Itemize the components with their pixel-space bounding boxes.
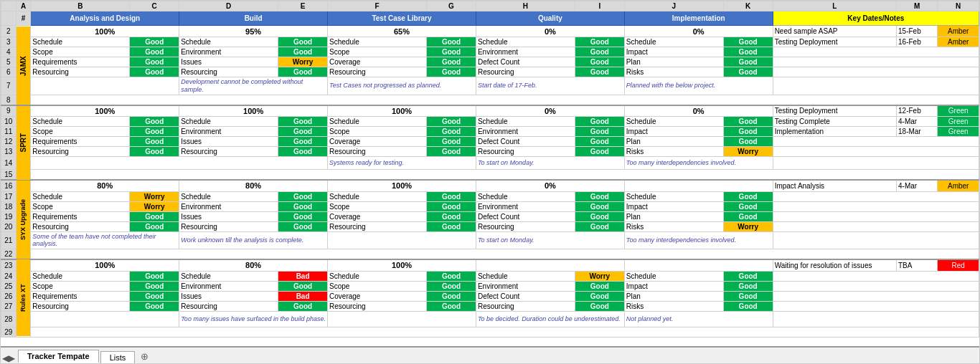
- jamx-r6-tcl-status: Good: [426, 67, 476, 77]
- jamx-r3-tcl-label: Schedule: [328, 37, 427, 47]
- syx-r17-tcl-label: Schedule: [328, 191, 427, 201]
- rules-r26-tcl-status: Good: [426, 291, 476, 301]
- sprt-r10-build-label: Schedule: [179, 117, 278, 127]
- tab-add-button[interactable]: ⊕: [136, 350, 153, 363]
- rules-note-qual: To be decided. Duration could be underes…: [476, 311, 624, 327]
- spreadsheet-container: A B C D E F G H I J K L M N: [0, 0, 980, 364]
- tab-lists[interactable]: Lists: [100, 351, 136, 363]
- row-12-num: 12: [1, 137, 17, 147]
- rules-r27-impl-status: Good: [723, 301, 773, 311]
- jamx-note-1: Need sample ASAP: [773, 26, 896, 37]
- tab-scroll-left[interactable]: ◀: [2, 353, 9, 363]
- sprt-r10-ad-label: Schedule: [31, 117, 130, 127]
- row-8-empty: [31, 95, 979, 105]
- scroll-area[interactable]: A B C D E F G H I J K L M N: [1, 1, 979, 346]
- syx-r20-tcl-status: Good: [426, 221, 476, 231]
- syx-note-1: Impact Analysis: [773, 180, 896, 191]
- sprt-r11-ad-label: Scope: [31, 127, 130, 137]
- rules-r25-tcl-status: Good: [426, 281, 476, 291]
- rules-status-1: Red: [938, 259, 979, 271]
- sprt-pct-impl: 0%: [624, 105, 773, 117]
- syx-pct-qual: 0%: [476, 180, 624, 191]
- row-2-a: JAMX: [16, 26, 31, 105]
- syx-r17-tcl-status: Good: [426, 191, 476, 201]
- jamx-date-1: 15-Feb: [897, 26, 938, 37]
- col-k: K: [723, 1, 773, 11]
- jamx-status-1: Amber: [938, 26, 979, 37]
- tab-scroll-right[interactable]: ▶: [9, 353, 15, 363]
- sprt-r10-qual-label: Schedule: [476, 117, 575, 127]
- rules-note-1: Waiting for resolution of issues: [773, 259, 896, 271]
- rules-r25-ad-status: Good: [130, 281, 179, 291]
- row-22-empty: [31, 249, 979, 260]
- sprt-r10-impl-label: Schedule: [624, 117, 723, 127]
- syx-r20-tcl-label: Resourcing: [328, 221, 427, 231]
- syx-r19-impl-label: Plan: [624, 211, 723, 221]
- sprt-r11-build-status: Good: [278, 127, 328, 137]
- jamx-r5-build-label: Issues: [179, 57, 278, 67]
- syx-r17-ad-label: Schedule: [31, 191, 130, 201]
- rules-r25-impl-status: Good: [723, 281, 773, 291]
- syx-r20-impl-status: Worry: [723, 221, 773, 231]
- col-i: I: [575, 1, 624, 11]
- sprt-r10-ad-status: Good: [130, 117, 179, 127]
- sprt-pct-ad: 100%: [31, 105, 179, 117]
- syx-r19-tcl-status: Good: [426, 211, 476, 221]
- row-13-num: 13: [1, 147, 17, 157]
- col-f: F: [328, 1, 427, 11]
- rules-r25-build-status: Good: [278, 281, 328, 291]
- syx-r20-impl-label: Risks: [624, 221, 723, 231]
- row-24-num: 24: [1, 271, 17, 281]
- jamx-r4-qual-status: Good: [575, 47, 624, 57]
- sprt-r10-tcl-label: Schedule: [328, 117, 427, 127]
- rules-empty-28b: [328, 311, 476, 327]
- rules-date-1: TBA: [897, 259, 938, 271]
- sprt-note-tcl: Systems ready for testing.: [328, 157, 476, 170]
- jamx-r6-build-label: Resourcing: [179, 67, 278, 77]
- col-m: M: [897, 1, 938, 11]
- sprt-note-2: Testing Complete: [773, 117, 896, 127]
- jamx-r5-build-status: Worry: [278, 57, 328, 67]
- rules-note-impl: Not planned yet.: [624, 311, 773, 327]
- syx-empty-18: [773, 201, 979, 211]
- rules-r27-tcl-status: Good: [426, 301, 476, 311]
- header-build: Build: [179, 11, 328, 26]
- syx-r20-ad-label: Resourcing: [31, 221, 130, 231]
- rules-empty-28c: [773, 311, 979, 327]
- rules-r24-build-label: Schedule: [179, 271, 278, 281]
- syx-r17-build-label: Schedule: [179, 191, 278, 201]
- rules-r27-ad-status: Good: [130, 301, 179, 311]
- rules-r24-build-status: Bad: [278, 271, 328, 281]
- row-28-num: 28: [1, 311, 17, 327]
- tab-tracker[interactable]: Tracker Tempate: [18, 350, 99, 363]
- sprt-empty-13: [773, 147, 979, 157]
- rules-empty-26: [773, 291, 979, 301]
- rules-r26-build-label: Issues: [179, 291, 278, 301]
- rules-empty-25: [773, 281, 979, 291]
- syx-r19-build-label: Issues: [179, 211, 278, 221]
- jamx-pct-impl: 0%: [624, 26, 773, 37]
- row-14-num: 14: [1, 157, 17, 170]
- sprt-r13-ad-status: Good: [130, 147, 179, 157]
- row-2-num: 2: [1, 26, 17, 37]
- sprt-r12-tcl-label: Coverage: [328, 137, 427, 147]
- rules-r27-impl-label: Risks: [624, 301, 723, 311]
- syx-r18-ad-status: Worry: [130, 201, 179, 211]
- sprt-label: SPRT: [16, 105, 31, 181]
- col-g: G: [426, 1, 476, 11]
- sprt-r12-impl-label: Plan: [624, 137, 723, 147]
- row-23-num: 23: [1, 259, 17, 271]
- header-tcl: Test Case Library: [328, 11, 476, 26]
- rules-r27-qual-status: Good: [575, 301, 624, 311]
- rules-pct-qual: [476, 259, 624, 271]
- sprt-r11-ad-status: Good: [130, 127, 179, 137]
- sprt-r10-qual-status: Good: [575, 117, 624, 127]
- row-11-num: 11: [1, 127, 17, 137]
- jamx-pct-build: 95%: [179, 26, 328, 37]
- sprt-r12-build-label: Issues: [179, 137, 278, 147]
- jamx-note-tcl-text: Development cannot be completed without …: [179, 77, 328, 95]
- syx-note-ad: Some of the team have not completed thei…: [31, 231, 179, 249]
- sprt-pct-tcl: 100%: [328, 105, 476, 117]
- syx-pct-impl: [624, 180, 773, 191]
- col-l: L: [773, 1, 896, 11]
